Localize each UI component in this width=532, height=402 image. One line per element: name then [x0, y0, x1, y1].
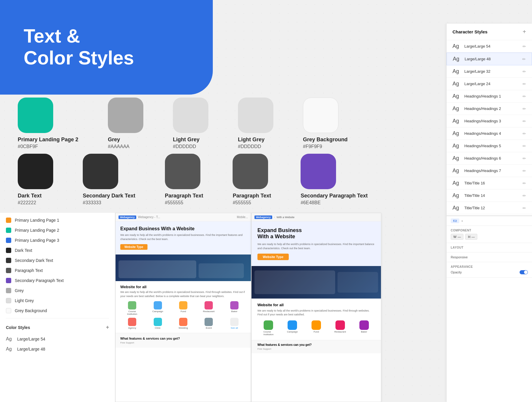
edit-icon-7[interactable]: ✏ [523, 119, 526, 124]
char-panel-header: Character Styles + [447, 24, 532, 40]
service-item-6: Agency [120, 318, 144, 329]
char-style-row-7[interactable]: Ag Headings/Headings 3 ✏ [447, 115, 532, 127]
wh-fields: W — H — [451, 234, 528, 240]
height-field[interactable]: H — [465, 234, 477, 240]
edit-icon-6[interactable]: ✏ [523, 106, 526, 111]
color-dot-7 [6, 278, 11, 283]
swatch-secondary-dark: Secondary Dark Text #333333 [83, 154, 135, 205]
swatches-row2: Dark Text #222222 Secondary Dark Text #3… [18, 154, 368, 205]
char-style-row-11[interactable]: Ag Headings/Headings 7 ✏ [447, 165, 532, 177]
color-list-item-7[interactable]: Secondary Paragraph Text [0, 275, 115, 286]
swatch-paragraph-2: Paragraph Text #555555 [233, 154, 271, 205]
swatch-color-9 [233, 154, 268, 189]
see-all-item: See all [223, 318, 246, 329]
edit-icon-4[interactable]: ✏ [523, 82, 526, 86]
large-site-section: Website for all We are ready to help all… [252, 299, 381, 340]
color-dot-10 [6, 308, 11, 313]
browser-bar: Webagency Webagency - T... Mobile... [116, 213, 251, 221]
site-cta-btn[interactable]: Website Type [120, 244, 147, 250]
large-site-image [252, 266, 381, 299]
hero-line1: Text & [24, 25, 80, 47]
color-list-item-9[interactable]: Light Grey [0, 296, 115, 306]
swatch-color-4 [238, 98, 273, 133]
component-section: COMPONENT W — H — [447, 226, 532, 243]
service-item-3: Fund [171, 301, 195, 315]
color-list-item-3[interactable]: Primary Landing Page 3 [0, 235, 115, 245]
color-dot-2 [6, 228, 11, 233]
large-services-grid: CourseInstitution Campaign Fund Restaura… [257, 320, 375, 336]
service-item-7: Clinic [146, 318, 169, 329]
appearance-label: APPEARANCE [451, 265, 528, 268]
char-style-row-5[interactable]: Ag Headings/Headings 1 ✏ [447, 90, 532, 103]
hero-section: Text & Color Styles [0, 0, 213, 95]
color-dot-1 [6, 218, 11, 223]
char-style-row-8[interactable]: Ag Headings/Headings 4 ✏ [447, 127, 532, 140]
char-style-row-9[interactable]: Ag Headings/Headings 5 ✏ [447, 140, 532, 152]
services-grid-2: Agency Clinic Wedding Event See all [120, 318, 246, 329]
swatch-color-2 [108, 98, 143, 133]
swatch-color-8 [165, 154, 200, 189]
color-list-item-5[interactable]: Secondary Dark Text [0, 255, 115, 265]
color-list-item-2[interactable]: Primary Landing Page 2 [0, 225, 115, 235]
add-char-style-btn[interactable]: + [523, 28, 526, 35]
char-style-row-3[interactable]: Ag Large/Large 32 ✏ [447, 65, 532, 78]
edit-icon-8[interactable]: ✏ [523, 131, 526, 136]
website-preview-small: Webagency Webagency - T... Mobile... Exp… [115, 213, 251, 402]
large-site-hero: Expand BusinessWith a Website We are rea… [252, 221, 381, 266]
edit-icon-2[interactable]: ✏ [522, 57, 526, 61]
swatch-primary-landing-2: Primary Landing Page 2 #0CBF9F [18, 98, 78, 149]
char-style-row-14[interactable]: Ag Title/Title 12 ✏ [447, 202, 532, 214]
site-section-body: We are ready to help all the world's pro… [120, 290, 246, 298]
edit-icon-3[interactable]: ✏ [523, 69, 526, 74]
edit-icon-11[interactable]: ✏ [523, 168, 526, 173]
color-list-item-1[interactable]: Primary Landing Page 1 [0, 215, 115, 225]
character-styles-panel: Character Styles + Ag Large/Large 54 ✏ A… [446, 24, 532, 402]
edit-icon-10[interactable]: ✏ [523, 156, 526, 161]
kit-bar: Kit › [447, 216, 532, 226]
divider [6, 318, 109, 318]
color-list-item-8[interactable]: Grey [0, 286, 115, 296]
mini-char-1[interactable]: Ag Large/Large 54 [0, 334, 115, 344]
swatch-paragraph: Paragraph Text #555555 [165, 154, 203, 205]
site-hero: Expand Business With a Website We are re… [116, 221, 251, 255]
service-item-5: Baker [223, 301, 246, 315]
char-style-row-12[interactable]: Ag Title/Title 16 ✏ [447, 177, 532, 189]
site-section1: Website for all We are ready to help all… [116, 281, 251, 333]
plus-icon[interactable]: + [106, 324, 109, 330]
edit-icon-1[interactable]: ✏ [523, 44, 526, 49]
edit-icon-9[interactable]: ✏ [523, 144, 526, 148]
edit-icon-5[interactable]: ✏ [523, 94, 526, 99]
site-hero-title: Expand Business With a Website [120, 226, 246, 231]
swatch-color-5 [303, 98, 338, 133]
char-style-row-10[interactable]: Ag Headings/Headings 6 ✏ [447, 152, 532, 165]
opacity-toggle[interactable] [520, 270, 528, 274]
color-list-panel: Primary Landing Page 1 Primary Landing P… [0, 213, 115, 402]
site-hero-image [116, 255, 251, 281]
char-style-row-6[interactable]: Ag Headings/Headings 2 ✏ [447, 103, 532, 115]
service-item-2: Campaign [146, 301, 169, 315]
mini-char-2[interactable]: Ag Large/Large 48 [0, 344, 115, 354]
swatch-dark-text: Dark Text #222222 [18, 154, 53, 205]
edit-icon-14[interactable]: ✏ [523, 206, 526, 210]
kit-tag: Kit [451, 218, 459, 223]
color-list-item-4[interactable]: Dark Text [0, 245, 115, 255]
char-style-row-13[interactable]: Ag Title/Title 14 ✏ [447, 189, 532, 202]
service-item-4: Restaurant [197, 301, 220, 315]
swatch-color-10 [301, 154, 336, 189]
service-item-8: Wedding [171, 318, 195, 329]
swatch-color-7 [83, 154, 118, 189]
site-hero-body: We are ready to help all the world's pro… [120, 233, 246, 241]
edit-icon-12[interactable]: ✏ [523, 181, 526, 186]
edit-icon-13[interactable]: ✏ [523, 193, 526, 198]
color-list-item-10[interactable]: Grey Background [0, 306, 115, 316]
char-style-row-4[interactable]: Ag Large/Large 24 ✏ [447, 78, 532, 90]
swatch-grey: Grey #AAAAAA [108, 98, 143, 149]
char-style-row-1[interactable]: Ag Large/Large 54 ✏ [447, 40, 532, 53]
width-field[interactable]: W — [451, 234, 463, 240]
color-list-item-6[interactable]: Paragraph Text [0, 265, 115, 275]
hero-title: Text & Color Styles [24, 25, 189, 69]
char-style-row-2[interactable]: Ag Large/Large 48 ✏ [447, 53, 532, 65]
swatch-light-grey-1: Light Grey #DDDDDD [173, 98, 208, 149]
large-browser-bar: Webagency › With a Website [252, 213, 381, 221]
responsive-section: Responsive [447, 252, 532, 262]
